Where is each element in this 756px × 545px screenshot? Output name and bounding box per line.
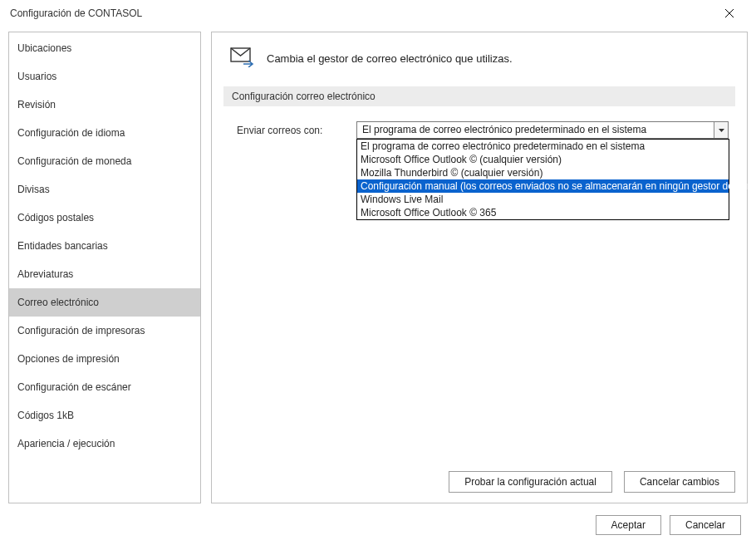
svg-marker-3 bbox=[719, 129, 724, 132]
dropdown-option-0[interactable]: El programa de correo electrónico predet… bbox=[357, 140, 729, 153]
mail-icon bbox=[230, 47, 255, 70]
sidebar-item-0[interactable]: Ubicaciones bbox=[9, 34, 200, 62]
sidebar-item-13[interactable]: Códigos 1kB bbox=[9, 401, 200, 430]
sidebar-item-8[interactable]: Abreviaturas bbox=[9, 260, 200, 288]
section-title: Configuración correo electrónico bbox=[223, 86, 735, 106]
sidebar-item-5[interactable]: Divisas bbox=[9, 175, 200, 204]
close-button[interactable] bbox=[713, 2, 746, 25]
sidebar-item-7[interactable]: Entidades bancarias bbox=[9, 232, 200, 260]
dropdown-option-1[interactable]: Microsoft Office Outlook © (cualquier ve… bbox=[357, 153, 729, 166]
sidebar-item-2[interactable]: Revisión bbox=[9, 91, 200, 119]
config-window: Configuración de CONTASOL UbicacionesUsu… bbox=[0, 0, 756, 545]
panel-header: Cambia el gestor de correo electrónico q… bbox=[212, 32, 747, 80]
titlebar: Configuración de CONTASOL bbox=[0, 0, 756, 27]
sidebar-item-9[interactable]: Correo electrónico bbox=[9, 288, 200, 317]
mail-client-dropdown: El programa de correo electrónico predet… bbox=[356, 139, 729, 220]
test-config-button[interactable]: Probar la configuración actual bbox=[449, 471, 612, 493]
chevron-down-icon bbox=[719, 129, 724, 132]
send-with-label: Enviar correos con: bbox=[237, 125, 340, 136]
sidebar-item-3[interactable]: Configuración de idioma bbox=[9, 119, 200, 147]
main-panel: Cambia el gestor de correo electrónico q… bbox=[211, 32, 748, 503]
dropdown-option-3[interactable]: Configuración manual (los correos enviad… bbox=[357, 179, 729, 193]
sidebar-item-12[interactable]: Configuración de escáner bbox=[9, 373, 200, 401]
dropdown-option-2[interactable]: Mozilla Thunderbird © (cualquier versión… bbox=[357, 166, 729, 179]
mail-client-select[interactable]: El programa de correo electrónico predet… bbox=[356, 121, 729, 139]
dropdown-option-4[interactable]: Windows Live Mail bbox=[357, 193, 729, 206]
cancel-changes-button[interactable]: Cancelar cambios bbox=[624, 471, 735, 493]
panel-heading: Cambia el gestor de correo electrónico q… bbox=[267, 52, 513, 65]
panel-buttons: Probar la configuración actual Cancelar … bbox=[449, 471, 735, 493]
select-value: El programa de correo electrónico predet… bbox=[357, 122, 714, 138]
sidebar-item-14[interactable]: Apariencia / ejecución bbox=[9, 430, 200, 458]
select-dropdown-button[interactable] bbox=[714, 122, 728, 138]
content-area: UbicacionesUsuariosRevisiónConfiguración… bbox=[8, 32, 748, 503]
sidebar-item-1[interactable]: Usuarios bbox=[9, 62, 200, 91]
sidebar-item-10[interactable]: Configuración de impresoras bbox=[9, 317, 200, 345]
sidebar-item-11[interactable]: Opciones de impresión bbox=[9, 345, 200, 373]
sidebar-item-4[interactable]: Configuración de moneda bbox=[9, 147, 200, 175]
dropdown-option-5[interactable]: Microsoft Office Outlook © 365 bbox=[357, 206, 729, 219]
dialog-footer: Aceptar Cancelar bbox=[596, 515, 741, 535]
window-title: Configuración de CONTASOL bbox=[10, 7, 713, 19]
sidebar-item-6[interactable]: Códigos postales bbox=[9, 204, 200, 232]
send-with-row: Enviar correos con: El programa de corre… bbox=[212, 106, 747, 139]
cancel-button[interactable]: Cancelar bbox=[670, 515, 741, 535]
sidebar: UbicacionesUsuariosRevisiónConfiguración… bbox=[8, 32, 201, 503]
close-icon bbox=[725, 9, 734, 17]
accept-button[interactable]: Aceptar bbox=[596, 515, 661, 535]
